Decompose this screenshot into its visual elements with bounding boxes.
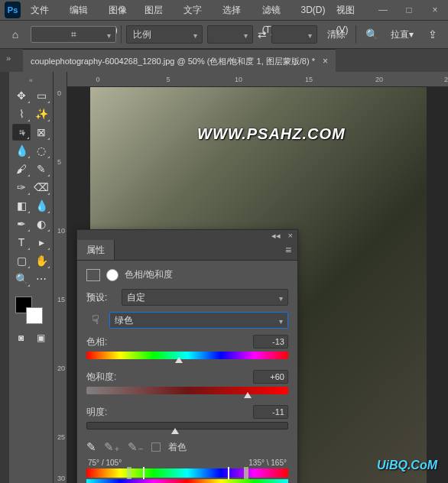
quick-mask-icon[interactable]: ◙ [13,330,30,345]
crop-tool-icon[interactable]: ⌗ [31,26,116,43]
pen-tool-icon[interactable]: ✒ [12,216,31,232]
hue-range-strip-top[interactable] [86,468,288,478]
magic-wand-tool-icon[interactable]: ✨ [32,105,50,122]
shape-tool-icon[interactable]: ▢ [12,252,31,269]
preset-label: 预设: [86,291,117,304]
properties-panel: ◂◂ × 属性 ≡ 色相/饱和度 预设: 自定 ☟ 绿色 [76,229,298,483]
toolbox: « ✥ ▭ ⌇ ✨ ⌗ ⊠ 💧 ◌ 🖌 ✎ ✑ ⌫ ◧ 💧 ✒ ◐ T ▸ ▢ … [9,72,54,483]
mask-icon[interactable] [106,269,118,281]
lightness-slider-row: 明度: -11 [86,405,288,430]
panel-body: 色相/饱和度 预设: 自定 ☟ 绿色 色相: -13 [77,261,297,483]
crop-height-input[interactable] [271,25,317,44]
colorize-label: 着色 [168,441,187,454]
home-icon[interactable]: ⌂ [5,24,26,45]
menu-edit[interactable]: 编辑(E) [64,0,103,20]
share-icon[interactable]: ⇪ [422,24,443,45]
quick-mask-row: ◙ ▣ [12,330,50,345]
history-brush-tool-icon[interactable]: ✑ [12,179,31,196]
close-tab-icon[interactable]: × [323,50,328,73]
hue-label: 色相: [86,336,107,348]
more-tools-icon[interactable]: ⋯ [32,271,50,287]
eyedropper-set-icon[interactable]: ✎ [86,440,96,454]
brush-tool-icon[interactable]: 🖌 [12,160,31,177]
window-maximize-button[interactable]: □ [396,0,422,20]
lightness-value-input[interactable]: -11 [253,405,288,419]
menu-filter[interactable]: 滤镜(T) [257,0,296,20]
eyedropper-tool-icon[interactable]: 💧 [12,142,31,159]
menu-file[interactable]: 文件(F) [25,0,64,20]
hue-track[interactable] [86,352,288,359]
window-minimize-button[interactable]: — [370,0,396,20]
channel-dropdown[interactable]: 绿色 [109,312,288,329]
panel-close-icon[interactable]: × [288,231,293,240]
panel-drag-bar[interactable]: ◂◂ × [77,230,297,241]
hue-range-readout: 75° / 105° 135° \ 165° [86,459,288,467]
ruler-vertical[interactable]: 0 5 10 15 20 25 30 [54,72,67,483]
doc-list-chevron-icon[interactable]: » [6,53,11,63]
tool-grid: ✥ ▭ ⌇ ✨ ⌗ ⊠ 💧 ◌ 🖌 ✎ ✑ ⌫ ◧ 💧 ✒ ◐ T ▸ ▢ ✋ … [12,87,50,287]
app-logo: Ps [5,2,21,18]
hue-range-strip-bottom[interactable] [86,479,288,483]
preset-row: 预设: 自定 [86,289,288,306]
type-tool-icon[interactable]: T [12,234,31,251]
adjustment-icon[interactable] [86,269,100,281]
lightness-thumb[interactable] [171,428,179,434]
zoom-tool-icon[interactable]: 🔍 [12,271,31,287]
watermark-top: WWW.PSAHZ.COM [197,125,346,143]
marquee-tool-icon[interactable]: ◌ [32,142,50,159]
menu-image[interactable]: 图像(I) [103,0,139,20]
eyedropper-sub-icon[interactable]: ✎₋ [128,440,144,454]
menu-3d[interactable]: 3D(D) [296,0,331,20]
gradient-tool-icon[interactable]: ◧ [12,197,31,214]
background-color[interactable] [26,307,43,324]
hand-tool-icon[interactable]: ✋ [32,252,50,269]
panel-menu-icon[interactable]: ≡ [279,240,297,260]
channel-row: ☟ 绿色 [86,312,288,329]
pencil-tool-icon[interactable]: ✎ [32,160,50,177]
saturation-thumb[interactable] [244,392,252,398]
crop-width-input[interactable] [207,25,253,44]
ruler-horizontal[interactable]: 0 5 10 15 20 25 [67,72,448,87]
eyedropper-add-icon[interactable]: ✎₊ [104,440,120,454]
document-tab[interactable]: couplephotography-6004268_1280.jpg @ 50%… [23,49,336,72]
window-close-button[interactable]: × [422,0,448,20]
panel-collapse-icon[interactable]: ◂◂ [271,231,281,241]
target-adjust-icon[interactable]: ☟ [86,312,105,329]
crop-tool-icon[interactable]: ⌗ [12,124,31,141]
lasso-tool-icon[interactable]: ⌇ [12,105,31,122]
color-swatches[interactable] [12,295,50,326]
swap-dimensions-icon[interactable]: ⇄ [258,28,267,41]
search-icon[interactable]: 🔍 [361,24,382,45]
tab-properties[interactable]: 属性 [77,240,115,260]
lightness-track[interactable] [86,422,288,430]
eraser-tool-icon[interactable]: ⌫ [32,179,50,196]
saturation-slider-row: 饱和度: +60 [86,370,288,394]
artboard-tool-icon[interactable]: ▭ [32,87,50,104]
ratio-preset-dropdown[interactable]: 比例 [126,25,203,44]
watermark-bottom: UiBQ.CoM [377,459,437,472]
adjustment-title: 色相/饱和度 [125,268,173,281]
menu-type[interactable]: 文字(Y) [178,0,217,20]
path-select-tool-icon[interactable]: ▸ [32,234,50,251]
preset-dropdown[interactable]: 自定 [122,289,288,306]
move-tool-icon[interactable]: ✥ [12,87,31,104]
blur-tool-icon[interactable]: 💧 [32,197,50,214]
document-tab-strip: couplephotography-6004268_1280.jpg @ 50%… [0,49,448,72]
saturation-value-input[interactable]: +60 [253,370,288,384]
colorize-checkbox[interactable] [151,442,161,452]
workspace: « ✥ ▭ ⌇ ✨ ⌗ ⊠ 💧 ◌ 🖌 ✎ ✑ ⌫ ◧ 💧 ✒ ◐ T ▸ ▢ … [0,72,448,483]
hue-value-input[interactable]: -13 [253,335,288,348]
clear-button[interactable]: 清除 [322,24,351,45]
screen-mode-icon[interactable]: ▣ [33,330,50,345]
separator [121,25,122,44]
saturation-track[interactable] [86,387,288,394]
hue-thumb[interactable] [175,357,183,363]
panel-tabs: 属性 ≡ [77,241,297,261]
dodge-tool-icon[interactable]: ◐ [32,216,50,232]
menu-select[interactable]: 选择(S) [217,0,256,20]
toolbox-toggle-icon[interactable]: « [12,76,50,84]
menu-view[interactable]: 视图(V) [331,0,370,20]
menu-layer[interactable]: 图层(L) [139,0,177,20]
frame-tool-icon[interactable]: ⊠ [32,124,50,141]
straighten-button[interactable]: 拉直 ▾ [387,24,417,45]
